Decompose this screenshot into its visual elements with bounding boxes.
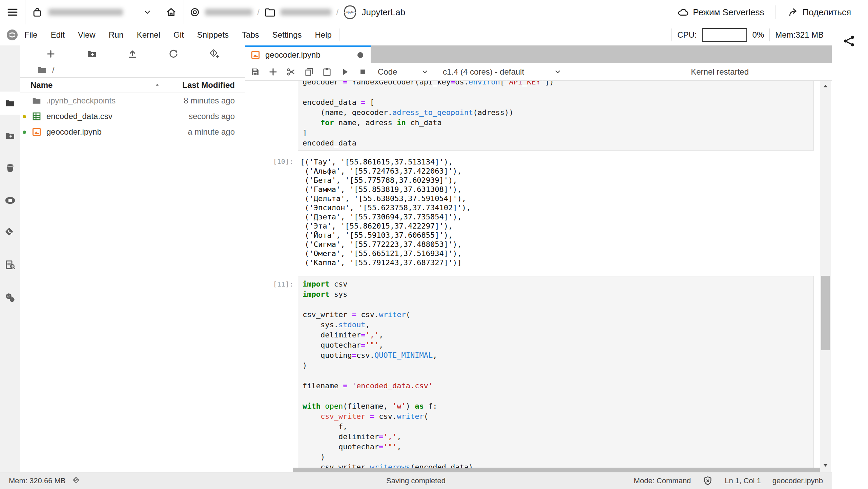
cursor-position[interactable]: Ln 1, Col 1 [725,476,761,485]
git-plus-icon [209,48,220,59]
menu-settings[interactable]: Settings [272,30,302,40]
menu-snippets[interactable]: Snippets [197,30,229,40]
file-type-icon [32,111,42,121]
code-editor[interactable]: geocoder = YandexGeocoder(api_key=os.env… [298,81,814,151]
notebook-toolbar-icons [250,66,368,77]
hamburger-menu-button[interactable] [0,0,25,24]
paste-cell-button[interactable] [322,67,332,77]
file-row--ipynb-checkpoints[interactable]: .ipynb_checkpoints8 minutes ago [20,93,245,109]
file-name: .ipynb_checkpoints [46,96,116,105]
sidebar-item-bucket[interactable] [0,156,20,179]
add-cell-button[interactable] [268,66,278,77]
mode-indicator[interactable]: Mode: Command [634,476,691,485]
cell-prompt: [10]: [245,157,293,165]
active-file-name: geocoder.ipynb [772,476,823,485]
sessions-icon [4,194,16,207]
workspace-name-blurred [48,9,123,16]
folder-icon [264,6,276,18]
menu-kernel[interactable]: Kernel [137,30,160,40]
file-browser-toolbar [20,45,245,62]
tab-geocoder-ipynb[interactable]: geocoder.ipynb [245,45,371,63]
run-button[interactable] [339,67,350,77]
stop-button[interactable] [357,67,368,77]
sidebar-item-catalog[interactable] [0,253,20,276]
cut-icon [286,67,296,77]
name-column-header[interactable]: Name [30,80,53,90]
breadcrumb: / / jupyter JupyterLab [184,0,668,24]
file-row-geocoder-ipynb[interactable]: geocoder.ipynba minute ago [20,124,245,140]
share-arrow-icon [787,7,798,18]
copy-cell-button[interactable] [304,67,314,77]
file-modified: 8 minutes ago [184,96,235,105]
share-label: Поделиться [802,7,851,18]
upload-button[interactable] [127,48,138,59]
cell-prompt: [11]: [245,280,293,288]
git-status-dot [23,131,26,134]
right-icon-strip [832,24,868,489]
workspace-switcher[interactable] [25,0,158,24]
file-type-icon [32,96,42,106]
paste-icon [322,67,332,77]
status-bar: Mem: 320.66 MB Saving completed Mode: Co… [0,472,832,489]
breadcrumb-folder-icon[interactable] [37,64,47,75]
unsaved-changes-dot [357,52,363,58]
trust-shield-icon[interactable] [702,475,713,486]
run-icon [340,67,350,77]
breadcrumb-root[interactable]: / [52,65,55,75]
chevron-down-icon [421,68,429,76]
scroll-up-arrow-icon[interactable] [822,83,829,90]
share-nodes-button[interactable] [842,33,857,49]
refresh-button[interactable] [168,48,179,59]
git-clone-button[interactable] [209,48,220,59]
file-row-encoded-data-csv[interactable]: encoded_data.csvseconds ago [20,109,245,124]
kernel-select[interactable]: c1.4 (4 cores) - default [443,67,561,77]
menu-file[interactable]: File [24,30,38,40]
notebook-icon [250,50,261,60]
menu-edit[interactable]: Edit [51,30,65,40]
share-button[interactable]: Поделиться [779,0,860,24]
project-target-icon [189,7,200,18]
plus-icon [45,48,56,59]
save-button[interactable] [250,67,261,77]
git-icon [4,227,16,238]
menu-view[interactable]: View [78,30,96,40]
cut-cell-button[interactable] [286,67,296,77]
menu-help[interactable]: Help [315,30,332,40]
new-folder-button[interactable] [86,48,97,59]
code-editor[interactable]: import csvimport syscsv_writer = csv.wri… [298,276,814,472]
notebook-content: [11]:import csvimport syscsv_writer = cs… [245,81,832,472]
sidebar-item-file-browser[interactable] [0,92,20,115]
jupyter-logo-icon: jupyter [343,5,357,19]
cpu-label: CPU: [677,30,697,40]
sidebar-item-sessions[interactable] [0,189,20,212]
serverless-mode-button[interactable]: Режим Serverless [668,0,773,24]
cloud-icon [677,6,689,18]
divider [769,28,770,41]
folder-plus-icon [86,48,97,59]
sidebar-item-extensions[interactable] [0,286,20,309]
sidebar-item-git[interactable] [0,221,20,244]
modified-column-header[interactable]: Last Modified [182,80,235,90]
home-icon [165,6,177,18]
menu-run[interactable]: Run [109,30,124,40]
datasphere-logo-icon [7,30,18,40]
new-launcher-button[interactable] [45,48,56,59]
sort-ascending-icon [154,82,160,88]
catalog-icon [4,259,16,271]
file-name: geocoder.ipynb [46,127,102,137]
menu-tabs[interactable]: Tabs [242,30,259,40]
home-button[interactable] [158,0,184,24]
scroll-down-arrow-icon[interactable] [822,462,829,469]
breadcrumb-separator: / [257,7,260,18]
sidebar-item-storage-new[interactable] [0,124,20,147]
kernel-value: c1.4 (4 cores) - default [443,67,524,77]
chevron-down-icon [143,8,152,17]
menu-git[interactable]: Git [173,30,184,40]
cell-type-value: Code [378,67,397,77]
notebook-panel: geocoder.ipynb Code c1.4 (4 cores) - def… [245,45,832,472]
horizontal-scrollbar[interactable] [293,468,820,472]
jupyterlab-label: JupyterLab [361,7,405,18]
top-bar: / / jupyter JupyterLab Режим Serverless … [0,0,868,25]
cell-type-select[interactable]: Code [378,67,429,77]
scrollbar-thumb[interactable] [821,276,830,350]
